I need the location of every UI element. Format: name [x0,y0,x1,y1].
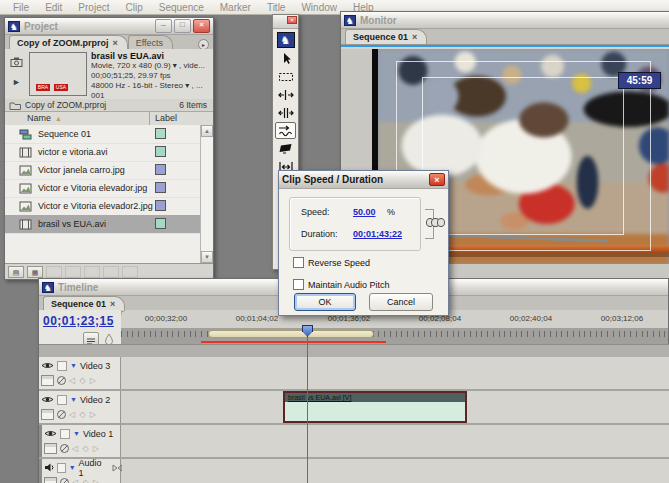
speed-value[interactable]: 50.00 [353,207,376,217]
tab-close-icon[interactable] [113,39,118,48]
automate-to-sequence-button[interactable] [46,266,62,278]
keyframes-off-icon[interactable] [56,409,67,420]
track-name[interactable]: Video 2 [80,395,110,405]
collapse-track-icon[interactable] [70,396,77,403]
rolling-edit-tool[interactable] [275,104,296,121]
bin-icon[interactable] [9,100,21,110]
tab-monitor-sequence[interactable]: Sequence 01 [345,29,427,44]
find-button[interactable] [65,266,81,278]
menu-sequence[interactable]: Sequence [152,2,211,13]
scroll-down-icon[interactable] [201,251,213,263]
track-audio1-header[interactable]: Audio 1 ◁ ◇ ▷ [39,459,121,483]
track-select-tool[interactable] [275,68,296,85]
tab-effects[interactable]: Effects [128,35,173,50]
playhead-line[interactable] [307,336,308,483]
clip-thumbnail[interactable]: BRA USA [29,52,87,96]
track-video2-content[interactable]: brasil vs EUA.avi [V] [121,391,669,423]
track-video3-content[interactable] [121,357,669,389]
label-swatch[interactable] [155,200,166,211]
toggle-track-output-icon[interactable] [41,361,54,370]
minimize-button[interactable] [155,19,172,33]
menu-project[interactable]: Project [71,2,116,13]
list-item[interactable]: Victor e Vitoria elevador.jpg [5,179,200,198]
close-button[interactable] [193,19,210,33]
duration-value[interactable]: 00;01;43;22 [353,229,402,239]
set-display-style-button[interactable] [41,375,54,386]
menu-title[interactable]: Title [260,2,293,13]
keyframe-nav-icons[interactable]: ◁ ◇ ▷ [72,478,100,483]
sync-lock-box[interactable] [57,361,67,371]
tab-close-icon[interactable] [110,300,115,309]
list-view-button[interactable] [8,266,24,278]
menu-window[interactable]: Window [294,2,344,13]
keyframes-off-icon[interactable] [59,443,70,454]
track-video2-header[interactable]: Video 2 ◁ ◇ ▷ [39,391,121,423]
set-display-style-button[interactable] [41,409,54,420]
sort-ascending-icon[interactable] [55,115,62,122]
clip-brasil-vs-eua[interactable]: brasil vs EUA.avi [V] [283,391,467,423]
icon-view-button[interactable] [27,266,43,278]
column-label[interactable]: Label [155,113,177,123]
keyframes-off-icon[interactable] [56,375,67,386]
track-audio1-content[interactable] [121,459,669,483]
gang-link-icon[interactable] [429,218,445,227]
selection-tool[interactable] [275,50,296,67]
dialog-titlebar[interactable]: Clip Speed / Duration × [279,171,448,189]
play-preview-icon[interactable]: ► [12,77,21,87]
track-name[interactable]: Audio 1 [79,459,106,478]
sync-lock-box[interactable] [60,429,70,439]
ripple-edit-tool[interactable] [275,86,296,103]
sync-lock-box[interactable] [57,395,67,405]
cancel-button[interactable]: Cancel [369,293,433,311]
palette-close-icon[interactable]: × [287,16,297,24]
tab-timeline-sequence[interactable]: Sequence 01 [43,296,125,311]
keyframe-nav-icons[interactable]: ◁ ◇ ▷ [69,410,97,419]
label-swatch[interactable] [155,146,166,157]
label-swatch[interactable] [155,182,166,193]
label-swatch[interactable] [155,218,166,229]
new-item-button[interactable] [103,266,119,278]
razor-tool[interactable] [275,140,296,157]
toggle-track-output-icon[interactable] [41,395,54,404]
maximize-button[interactable] [174,19,191,33]
track-name[interactable]: Video 3 [80,361,110,371]
sync-lock-box[interactable] [57,463,66,473]
palette-titlebar[interactable]: × [273,15,298,29]
scroll-up-icon[interactable] [201,125,213,137]
maintain-pitch-checkbox[interactable] [293,279,304,290]
reverse-speed-checkbox[interactable] [293,257,304,268]
track-video3-header[interactable]: Video 3 ◁ ◇ ▷ [39,357,121,389]
menu-file[interactable]: File [6,2,36,13]
crossfade-icon[interactable] [112,464,122,472]
list-item[interactable]: Victor e Vitoria elevador2.jpg [5,197,200,216]
set-display-style-button[interactable] [44,443,57,454]
menu-marker[interactable]: Marker [213,2,258,13]
label-swatch[interactable] [155,128,166,139]
keyframe-nav-icons[interactable]: ◁ ◇ ▷ [69,376,97,385]
delete-button[interactable] [122,266,138,278]
project-titlebar[interactable]: Project [5,18,213,35]
monitor-titlebar[interactable]: Monitor [341,12,669,29]
track-video1-header[interactable]: Video 1 ◁ ◇ ▷ [39,425,121,457]
toggle-track-audio-icon[interactable] [44,463,54,472]
list-item[interactable]: victor e vitoria.avi [5,143,200,162]
menu-clip[interactable]: Clip [118,2,149,13]
collapse-track-icon[interactable] [70,362,77,369]
poster-frame-icon[interactable] [10,57,23,67]
menu-edit[interactable]: Edit [38,2,69,13]
tab-project[interactable]: Copy of ZOOM.prproj [9,35,128,50]
label-swatch[interactable] [155,164,166,175]
list-item[interactable]: Victor janela carro.jpg [5,161,200,180]
ok-button[interactable]: OK [294,293,356,311]
toggle-track-output-icon[interactable] [44,429,57,438]
track-name[interactable]: Video 1 [83,429,113,439]
keyframes-off-icon[interactable] [59,477,70,483]
list-item-selected[interactable]: brasil vs EUA.avi [5,215,200,234]
track-video1-content[interactable] [121,425,669,457]
column-name[interactable]: Name [27,113,51,123]
list-item[interactable]: Sequence 01 [5,125,200,144]
set-display-style-button[interactable] [44,477,57,483]
dialog-close-icon[interactable]: × [429,173,445,186]
work-area-bar[interactable] [208,330,374,338]
collapse-track-icon[interactable] [73,430,80,437]
